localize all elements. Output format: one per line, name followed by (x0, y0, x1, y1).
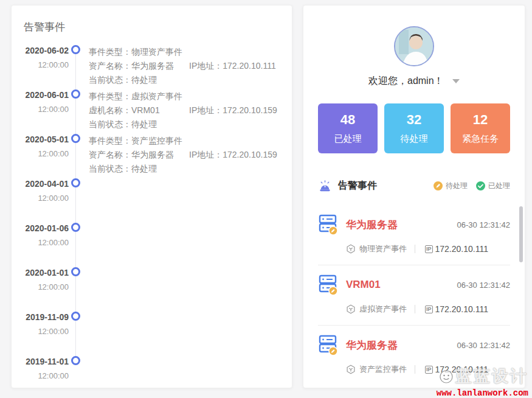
alert-list-item[interactable]: 华为服务器 06-30 12:31:42 资产监控事件 IP 172.20.10… (318, 326, 510, 386)
timeline-dot-icon[interactable] (71, 312, 80, 321)
event-date: 2020-01-01 (12, 267, 69, 279)
server-icon (318, 334, 339, 356)
timeline-entry: 2019-11-09 12:00:00 (12, 310, 292, 355)
asset-category-icon (346, 244, 356, 254)
alert-list: 华为服务器 06-30 12:31:42 物理资产事件 IP 172.20.10… (318, 205, 510, 386)
timeline-entry: 2020-01-01 12:00:00 (12, 266, 292, 310)
alert-timeline-panel: 告警事件 2020-06-02 12:00:00 事件类型：物理资产事件 资产名… (11, 5, 292, 388)
event-time: 12:00:00 (12, 327, 69, 336)
legend: 待处理 已处理 (434, 181, 510, 191)
alert-ip: 172.20.10.111 (435, 365, 488, 374)
siren-icon (318, 179, 332, 193)
event-type: 事件类型：虚拟资产事件 (89, 89, 189, 103)
asset-category-icon (346, 365, 356, 374)
alert-list-item[interactable]: VRM01 06-30 12:31:42 虚拟资产事件 IP 172.20.10… (318, 265, 510, 326)
alert-list-item[interactable]: 华为服务器 06-30 12:31:42 物理资产事件 IP 172.20.10… (318, 205, 510, 265)
timeline-dot-icon[interactable] (71, 89, 80, 99)
stat-label: 紧急任务 (462, 133, 499, 145)
event-type: 事件类型：物理资产事件 (89, 45, 189, 59)
ip-icon: IP (425, 366, 433, 374)
timeline-dot-icon[interactable] (71, 178, 80, 187)
timeline-dot-icon[interactable] (71, 267, 80, 276)
divider (415, 245, 415, 253)
timeline-dot-icon[interactable] (71, 356, 80, 365)
alert-ip: 172.20.10.111 (435, 244, 488, 254)
timeline: 2020-06-02 12:00:00 事件类型：物理资产事件 资产名称：华为服… (12, 44, 292, 398)
alert-time: 06-30 12:31:42 (457, 220, 510, 229)
alert-ip: 172.20.10.111 (435, 304, 488, 314)
event-asset: 资产名称：华为服务器 (89, 59, 189, 73)
event-asset: 虚机名称：VRM01 (89, 103, 189, 117)
user-summary-panel: 欢迎您，admin！ 48 已处理 32 待处理 12 紧急任务 告警事件 (303, 5, 525, 388)
welcome-row: 欢迎您，admin！ (303, 75, 525, 88)
asset-category-icon (346, 304, 356, 314)
stat-card-pending[interactable]: 32 待处理 (384, 103, 444, 153)
event-type: 事件类型：资产监控事件 (89, 134, 189, 148)
event-status: 当前状态：待处理 (89, 162, 189, 176)
event-ip: IP地址：172.20.10.159 (189, 150, 277, 159)
event-asset: 资产名称：华为服务器 (89, 148, 189, 162)
alert-name: 华为服务器 (346, 338, 398, 352)
alert-type: 资产监控事件 (359, 364, 407, 375)
timeline-dot-icon[interactable] (71, 134, 80, 143)
event-time: 12:00:00 (12, 371, 69, 380)
timeline-entry: 2020-06-02 12:00:00 事件类型：物理资产事件 资产名称：华为服… (12, 44, 292, 88)
timeline-entry: 2020-05-01 12:00:00 事件类型：资产监控事件 资产名称：华为服… (12, 133, 292, 177)
event-time: 12:00:00 (12, 149, 69, 158)
event-time: 12:00:00 (12, 105, 69, 114)
event-time: 12:00:00 (12, 194, 69, 203)
stat-label: 待处理 (401, 133, 428, 145)
alert-name: 华为服务器 (346, 218, 398, 232)
welcome-text: 欢迎您，admin！ (368, 75, 444, 86)
ip-icon: IP (425, 245, 433, 253)
event-date: 2020-01-06 (12, 223, 69, 234)
alert-name: VRM01 (346, 279, 381, 291)
section-title: 告警事件 (338, 180, 377, 192)
ip-icon: IP (425, 305, 433, 313)
chevron-down-icon[interactable] (452, 79, 460, 83)
stat-card-processed[interactable]: 48 已处理 (318, 103, 378, 153)
timeline-dot-icon[interactable] (71, 223, 80, 232)
check-circle-icon (476, 181, 485, 190)
event-ip: IP地址：172.20.10.111 (189, 61, 276, 71)
event-date: 2019-11-09 (12, 312, 69, 323)
legend-pending[interactable]: 待处理 (434, 181, 468, 191)
scrollbar-thumb[interactable] (519, 206, 523, 262)
event-status: 当前状态：待处理 (89, 117, 189, 131)
event-date: 2020-06-01 (12, 89, 69, 101)
alert-section-header: 告警事件 待处理 已处理 (318, 179, 510, 193)
event-time: 12:00:00 (12, 282, 69, 292)
event-time: 12:00:00 (12, 60, 69, 69)
stat-value: 48 (340, 112, 355, 128)
alert-type: 虚拟资产事件 (359, 304, 407, 315)
divider (415, 365, 415, 374)
event-date: 2020-06-02 (12, 45, 69, 57)
stat-value: 12 (473, 112, 488, 128)
stat-value: 32 (407, 112, 421, 128)
timeline-entry: 2019-11-01 12:00:00 (12, 355, 292, 398)
panel-title: 告警事件 (24, 20, 292, 34)
event-status: 当前状态：待处理 (89, 73, 189, 87)
event-date: 2019-11-01 (12, 356, 69, 368)
event-date: 2020-04-01 (12, 178, 69, 190)
alert-time: 06-30 12:31:42 (457, 341, 510, 350)
event-date: 2020-05-01 (12, 134, 69, 145)
server-icon (318, 274, 339, 296)
timeline-entry: 2020-01-06 12:00:00 (12, 222, 292, 266)
stat-label: 已处理 (334, 133, 362, 145)
alert-time: 06-30 12:31:42 (457, 281, 510, 290)
event-time: 12:00:00 (12, 238, 69, 247)
pencil-circle-icon (434, 181, 443, 190)
watermark-url: www.lanlanwork.com (437, 388, 528, 398)
legend-done[interactable]: 已处理 (476, 181, 510, 191)
timeline-entry: 2020-04-01 12:00:00 (12, 177, 292, 222)
server-icon (318, 214, 339, 236)
stats-row: 48 已处理 32 待处理 12 紧急任务 (318, 103, 510, 153)
event-ip: IP地址：172.20.10.159 (189, 105, 277, 115)
timeline-dot-icon[interactable] (71, 45, 80, 54)
divider (415, 305, 415, 313)
avatar[interactable] (394, 26, 434, 66)
timeline-entry: 2020-06-01 12:00:00 事件类型：虚拟资产事件 虚机名称：VRM… (12, 88, 292, 133)
stat-card-urgent[interactable]: 12 紧急任务 (451, 103, 510, 153)
alert-type: 物理资产事件 (359, 243, 407, 254)
